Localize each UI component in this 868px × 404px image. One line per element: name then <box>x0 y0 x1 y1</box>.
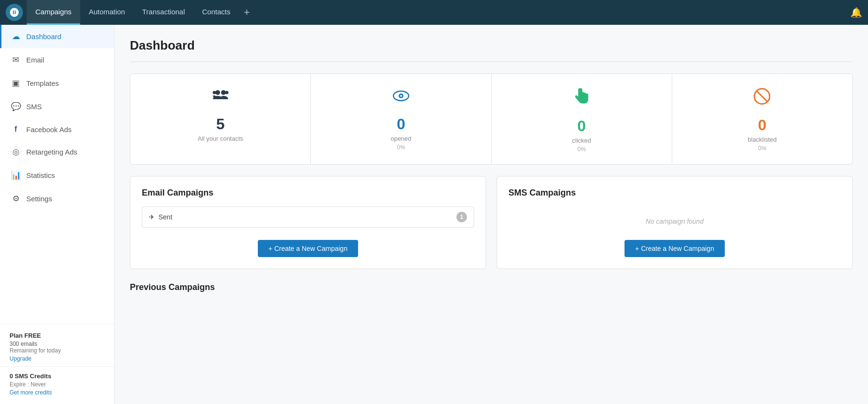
opened-value: 0 <box>397 115 405 133</box>
sidebar-item-statistics[interactable]: 📊 Statistics <box>0 164 114 187</box>
sidebar-label-facebook-ads: Facebook Ads <box>26 125 72 134</box>
plan-info: Plan FREE 300 emails Remaining for today… <box>0 324 114 366</box>
plan-emails: 300 emails <box>10 341 105 347</box>
sms-more-credits-link[interactable]: Get more credits <box>10 389 52 396</box>
sidebar-item-settings[interactable]: ⚙ Settings <box>0 187 114 210</box>
sidebar-item-dashboard[interactable]: ☁ Dashboard <box>0 25 114 48</box>
sidebar-label-settings: Settings <box>26 195 52 203</box>
main-content: Dashboard 5 All your co <box>115 25 868 404</box>
svg-point-2 <box>225 91 228 94</box>
sidebar-label-retargeting-ads: Retargeting Ads <box>26 148 77 156</box>
opened-pct: 0% <box>397 144 405 151</box>
nav-automation[interactable]: Automation <box>80 0 134 25</box>
main-layout: ☁ Dashboard ✉ Email ▣ Templates 💬 SMS f … <box>0 25 868 404</box>
email-campaigns-title: Email Campaigns <box>142 188 474 198</box>
sent-count-badge: 1 <box>456 212 467 222</box>
stat-card-clicked: 0 clicked 0% <box>491 73 672 165</box>
previous-campaigns-title: Previous Campaigns <box>130 282 853 292</box>
contacts-value: 5 <box>216 115 225 133</box>
no-campaign-text: No campaign found <box>508 207 841 236</box>
stats-row: 5 All your contacts 0 opened 0% <box>130 73 853 165</box>
clicked-label: clicked <box>572 137 591 144</box>
sent-label: Sent <box>159 213 453 221</box>
email-campaigns-section: Email Campaigns ✈ Sent 1 + Create a New … <box>130 176 486 269</box>
settings-icon: ⚙ <box>11 194 21 204</box>
nav-campaigns[interactable]: Campaigns <box>27 0 80 25</box>
email-icon: ✉ <box>11 55 21 65</box>
nav-transactional[interactable]: Transactional <box>134 0 194 25</box>
templates-icon: ▣ <box>11 78 21 88</box>
sms-credits-info: 0 SMS Credits Expire : Never Get more cr… <box>0 366 114 404</box>
clicked-value: 0 <box>577 117 586 135</box>
sidebar-item-facebook-ads[interactable]: f Facebook Ads <box>0 118 114 140</box>
contacts-label: All your contacts <box>198 135 243 142</box>
clicked-icon <box>573 87 590 111</box>
stat-card-opened: 0 opened 0% <box>310 73 491 165</box>
svg-point-6 <box>400 95 402 97</box>
plan-remaining: Remaining for today <box>10 347 105 354</box>
app-logo[interactable] <box>6 4 23 21</box>
sidebar-label-sms: SMS <box>26 103 42 111</box>
blacklisted-label: blacklisted <box>748 136 777 143</box>
statistics-icon: 📊 <box>11 170 21 180</box>
sms-credits-title: 0 SMS Credits <box>10 373 105 380</box>
sms-icon: 💬 <box>11 102 21 112</box>
facebook-icon: f <box>11 125 21 134</box>
sidebar-label-dashboard: Dashboard <box>26 32 61 41</box>
opened-label: opened <box>391 135 411 142</box>
plan-title: Plan FREE <box>10 332 105 339</box>
sidebar-item-templates[interactable]: ▣ Templates <box>0 72 114 95</box>
sidebar-label-statistics: Statistics <box>26 171 55 179</box>
sms-campaigns-section: SMS Campaigns No campaign found + Create… <box>497 176 853 269</box>
logo-icon <box>9 7 20 18</box>
svg-line-8 <box>757 91 767 102</box>
email-sent-row[interactable]: ✈ Sent 1 <box>142 207 474 228</box>
sidebar-label-templates: Templates <box>26 79 59 87</box>
nav-add-button[interactable]: + <box>239 6 254 19</box>
nav-items: Campaigns Automation Transactional Conta… <box>27 0 850 25</box>
opened-icon <box>392 87 411 109</box>
blacklisted-value: 0 <box>758 116 766 134</box>
contacts-icon <box>211 87 230 109</box>
create-email-campaign-button[interactable]: + Create a New Campaign <box>258 240 358 257</box>
svg-point-3 <box>212 91 216 94</box>
plan-upgrade-link[interactable]: Upgrade <box>10 355 32 362</box>
sms-campaigns-title: SMS Campaigns <box>508 188 841 198</box>
sent-arrow-icon: ✈ <box>149 213 155 221</box>
sidebar-label-email: Email <box>26 56 44 64</box>
clicked-pct: 0% <box>577 146 585 153</box>
sidebar-item-email[interactable]: ✉ Email <box>0 48 114 72</box>
dashboard-icon: ☁ <box>11 31 21 41</box>
nav-contacts[interactable]: Contacts <box>193 0 239 25</box>
page-title: Dashboard <box>130 38 853 53</box>
stat-card-contacts: 5 All your contacts <box>130 73 311 165</box>
top-navigation: Campaigns Automation Transactional Conta… <box>0 0 868 25</box>
blacklisted-icon <box>753 87 771 110</box>
stat-card-blacklisted: 0 blacklisted 0% <box>672 73 853 165</box>
create-sms-campaign-button[interactable]: + Create a New Campaign <box>625 240 724 257</box>
blacklisted-pct: 0% <box>758 145 766 152</box>
sidebar-item-sms[interactable]: 💬 SMS <box>0 95 114 118</box>
retargeting-icon: ◎ <box>11 147 21 157</box>
campaigns-row: Email Campaigns ✈ Sent 1 + Create a New … <box>130 176 853 269</box>
notification-bell[interactable]: 🔔 <box>850 7 862 18</box>
title-divider <box>130 62 853 62</box>
sms-expire: Expire : Never <box>10 381 105 388</box>
sidebar-item-retargeting-ads[interactable]: ◎ Retargeting Ads <box>0 140 114 164</box>
sidebar: ☁ Dashboard ✉ Email ▣ Templates 💬 SMS f … <box>0 25 115 404</box>
